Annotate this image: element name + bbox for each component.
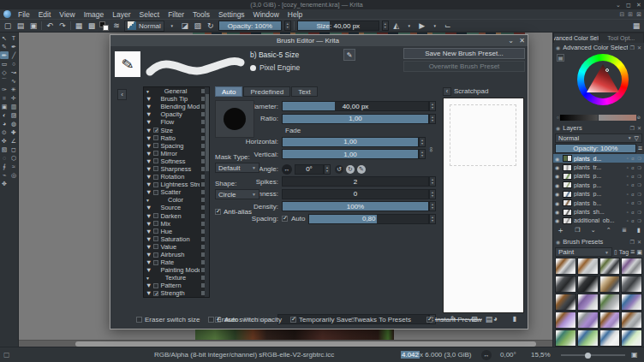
angle-input[interactable]: 0° — [295, 164, 324, 175]
color-history-strips[interactable]: ○ ⊘ — [557, 115, 641, 121]
menu-edit[interactable]: Edit — [35, 10, 55, 19]
text-tool[interactable]: T — [9, 34, 18, 42]
edit-shapes-tool[interactable]: ✎ — [0, 43, 9, 50]
brush-option-row[interactable]: ▼ Painting Mode — [144, 266, 209, 274]
brush-preset-thumb[interactable] — [577, 294, 599, 311]
scratchpad-fill-icon[interactable]: ◕ — [493, 315, 498, 323]
ellipse-selection-tool[interactable]: ◌ — [0, 154, 9, 162]
tab-advanced-color-selector[interactable]: Advanced Color Sele... — [554, 33, 599, 43]
select-shapes-tool[interactable]: ↖ — [0, 34, 9, 42]
eraser-switch-opacity-option[interactable]: Eraser switch opacity — [208, 316, 282, 323]
antialias-checkbox[interactable] — [215, 209, 221, 215]
scratchpad-collapse-button[interactable]: ‹ — [443, 87, 451, 96]
option-checkbox[interactable] — [153, 252, 158, 258]
angle-edit-icon[interactable]: ✎ — [357, 165, 366, 174]
option-checkbox[interactable] — [153, 190, 158, 195]
brush-option-row[interactable]: ▼ Value — [144, 243, 209, 251]
brush-preset-thumb[interactable] — [555, 329, 576, 347]
brush-option-row[interactable]: ▼ Mirror — [144, 150, 209, 157]
delete-layer-icon[interactable]: ▮ — [637, 227, 641, 234]
canvas-horizontal-scrollbar[interactable] — [19, 340, 552, 347]
dialog-shade-icon[interactable]: ⌄ — [505, 37, 516, 45]
brush-preset-thumb[interactable] — [599, 258, 621, 275]
layer-visible-icon[interactable]: ◉ — [555, 173, 561, 179]
tab-tool-options[interactable]: Tool Opt... — [599, 33, 644, 43]
polygon-tool[interactable]: ◇ — [0, 68, 9, 76]
brush-preset-thumb[interactable] — [577, 312, 599, 329]
move-layer-up-icon[interactable]: ⌃ — [606, 227, 611, 234]
menu-image[interactable]: Image — [80, 10, 108, 19]
layer-filter-icon[interactable]: ▽ — [635, 135, 639, 142]
layer-row[interactable]: ◉ plants_p... ▫ α ❍ — [553, 172, 644, 181]
reference-images-tool[interactable]: ▧ — [0, 145, 9, 153]
link-fade-icon[interactable]: ∞ — [427, 144, 435, 154]
option-checkbox[interactable] — [153, 244, 158, 249]
pattern-chooser-icon[interactable]: ▩ — [86, 21, 97, 31]
layer-row[interactable]: ◉ plants_sh... ▫ α ❍ — [553, 207, 644, 216]
pan-tool[interactable]: ✥ — [0, 180, 9, 187]
option-checkbox[interactable] — [153, 166, 158, 171]
rotate-ccw-icon[interactable]: ↺ — [335, 165, 343, 174]
add-layer-icon[interactable]: ＋ — [557, 225, 564, 236]
layer-row[interactable]: ◉ additional_ob... ▫ α ❍ — [553, 217, 644, 225]
layer-visible-icon[interactable]: ◉ — [555, 200, 561, 206]
brush-option-row[interactable]: ▼ Sharpness — [144, 165, 209, 173]
wrap-around-icon[interactable]: ▶ — [417, 21, 427, 31]
zoom-fit-icon[interactable]: ▣ — [631, 351, 638, 359]
menu-layer[interactable]: Layer — [109, 10, 134, 19]
calligraphy-tool[interactable]: ✒ — [9, 43, 18, 50]
collapse-presets-button[interactable]: ‹ — [117, 89, 127, 100]
preset-tag-select[interactable]: Paint▼ — [555, 247, 612, 257]
pattern-tool[interactable]: ▨ — [9, 111, 18, 119]
zoom-value[interactable]: 15,5% — [531, 351, 551, 359]
redo-icon[interactable]: ↷ — [57, 21, 68, 31]
brush-preset-thumb[interactable] — [577, 329, 599, 347]
option-checkbox[interactable] — [153, 291, 158, 296]
menu-file[interactable]: File — [15, 10, 33, 19]
rectangle-tool[interactable]: ▭ — [0, 60, 9, 68]
duplicate-layer-icon[interactable]: ❐ — [575, 227, 580, 234]
presets-close-icon[interactable]: ✕ — [637, 239, 641, 245]
menu-window[interactable]: Window — [250, 10, 283, 19]
strip-left-icon[interactable]: ○ — [557, 115, 559, 121]
layer-properties-icon[interactable]: ≣ — [622, 227, 627, 234]
rect-selection-tool[interactable]: ◻ — [9, 145, 18, 153]
option-checkbox[interactable] — [153, 143, 158, 148]
preserve-alpha-icon[interactable]: ▨ — [193, 21, 203, 31]
brush-option-row[interactable]: ▼ Size — [144, 126, 209, 134]
enclose-fill-tool[interactable]: ◍ — [9, 120, 18, 128]
magnetic-selection-tool[interactable]: ⌁ — [0, 171, 9, 179]
brush-option-row[interactable]: ▼ Pattern — [144, 282, 209, 289]
open-document-icon[interactable]: ▤ — [15, 21, 26, 31]
color-sampler-tool[interactable]: ◐ — [0, 111, 9, 119]
gradient-tool[interactable]: ▥ — [9, 103, 18, 110]
image-dimensions[interactable]: 4.042 x 6.000 (3,0 GiB) — [401, 351, 472, 359]
brush-preset-thumb[interactable] — [555, 276, 576, 293]
layer-row[interactable]: ◉ plants_p... ▫ α ❍ — [553, 190, 644, 199]
save-icon[interactable]: ▣ — [28, 21, 39, 31]
instant-preview-option[interactable]: Instant Preview — [426, 316, 482, 323]
ellipse-tool[interactable]: ○ — [9, 60, 18, 68]
strip-right-icon[interactable]: ⊘ — [637, 115, 641, 121]
menu-filter[interactable]: Filter — [164, 10, 188, 19]
menu-tools[interactable]: Tools — [189, 10, 213, 19]
layer-options-icon[interactable]: ≡ — [638, 145, 642, 152]
brush-preset-thumb[interactable] — [621, 294, 642, 311]
similar-selection-tool[interactable]: ≈ — [9, 163, 18, 170]
reload-preset-icon[interactable]: ↻ — [206, 21, 216, 31]
move-layer-down-icon[interactable]: ⌄ — [591, 227, 596, 234]
brush-preset-thumb[interactable] — [577, 258, 599, 275]
layer-row[interactable]: ◉ plants_d... ▫ α ❍ — [553, 154, 644, 163]
brush-option-row[interactable]: ▼ Source — [144, 204, 209, 211]
brush-option-row[interactable]: ▼ Scatter — [144, 188, 209, 196]
gradient-chooser-icon[interactable]: ▦ — [74, 21, 84, 31]
brush-preset-thumb[interactable] — [577, 276, 599, 293]
polyline-tool[interactable]: ↝ — [9, 68, 18, 76]
brush-option-row[interactable]: ▼ Softness — [144, 157, 209, 165]
dock-minimize-icon[interactable]: ⊟ — [619, 11, 624, 18]
scratchpad-clear-icon[interactable]: ▮ — [513, 315, 516, 323]
option-checkbox[interactable] — [153, 260, 158, 265]
layer-visible-icon[interactable]: ◉ — [555, 191, 561, 197]
assistants-tool[interactable]: ✜ — [0, 137, 9, 145]
overwrite-preset-button[interactable]: Overwrite Brush Preset — [403, 61, 525, 72]
